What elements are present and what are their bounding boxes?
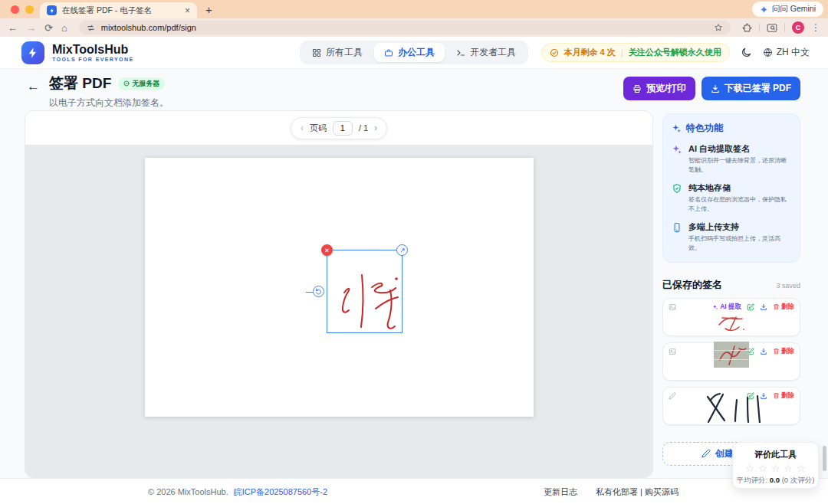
star-icon[interactable]: ☆: [784, 463, 793, 473]
dark-mode-moon-icon[interactable]: [741, 47, 752, 58]
rating-card: 评价此工具 ☆ ☆ ☆ ☆ ☆ 平均评分: 0.0 (0 次评分): [732, 442, 819, 489]
new-tab-button[interactable]: +: [205, 3, 212, 16]
preview-print-button[interactable]: 预览/打印: [623, 77, 695, 100]
shield-check-icon: [672, 183, 682, 194]
image-type-icon: [669, 348, 676, 355]
pen-type-icon: [669, 392, 676, 400]
footer: © 2026 MixToolsHub. 皖ICP备2025087560号-2 更…: [0, 478, 828, 504]
download-signed-pdf-button[interactable]: 下载已签署 PDF: [702, 77, 800, 100]
ai-extract-label: AI 提取: [720, 303, 741, 312]
quota-pill[interactable]: 本月剩余 4 次 | 关注公众号解锁永久使用: [541, 43, 730, 62]
brand[interactable]: MixToolsHub TOOLS FOR EVERYONE: [21, 41, 134, 64]
tab-all-tools[interactable]: 所有工具: [302, 43, 373, 62]
scrollbar-thumb[interactable]: [823, 446, 826, 471]
toolbar-right-cluster: C ⋮: [742, 21, 820, 34]
gemini-star-icon: [760, 5, 768, 14]
star-icon[interactable]: ☆: [797, 463, 806, 473]
gemini-button[interactable]: 问问 Gemini: [752, 2, 823, 17]
tab-office-tools[interactable]: 办公工具: [374, 43, 445, 62]
pdf-page[interactable]: ×: [145, 158, 534, 417]
quota-unlock-link[interactable]: 关注公众号解锁永久使用: [629, 47, 721, 58]
star-icon[interactable]: ☆: [771, 463, 780, 473]
minimize-window-button[interactable]: [25, 5, 34, 14]
browser-menu-icon[interactable]: ⋮: [811, 22, 820, 33]
rating-summary: 平均评分: 0.0 (0 次评分): [736, 476, 815, 486]
title-actions: 预览/打印 下载已签署 PDF: [623, 77, 800, 100]
feature-title: 多端上传支持: [688, 221, 791, 233]
preview-print-label: 预览/打印: [646, 82, 685, 95]
ai-extract-button[interactable]: AI 提取: [712, 303, 741, 312]
globe-icon: [763, 47, 773, 57]
features-panel: 特色功能 AI 自动提取签名 智能识别并一键去除背景，还原清晰笔触。 纯本地存储…: [662, 113, 800, 263]
browser-tab[interactable]: 在线签署 PDF - 电子签名 ×: [40, 2, 197, 18]
resize-handle-icon[interactable]: [396, 244, 408, 256]
star-icon[interactable]: ☆: [745, 463, 754, 473]
feature-desc: 签名仅存在您的浏览器中，保护隐私不上传。: [688, 195, 791, 213]
features-title-label: 特色功能: [686, 122, 723, 135]
edit-icon[interactable]: [747, 303, 754, 311]
download-icon[interactable]: [760, 348, 767, 355]
page-total: / 1: [359, 123, 368, 133]
close-window-button[interactable]: [11, 5, 19, 14]
signature-card[interactable]: AI 提取 删除: [662, 298, 800, 336]
printer-icon: [632, 84, 642, 93]
rotate-stem: [306, 292, 313, 293]
icp-link[interactable]: 皖ICP备2025087560号-2: [234, 486, 327, 498]
saved-signatures-header: 已保存的签名 3 saved: [662, 278, 800, 292]
star-icon[interactable]: ☆: [758, 463, 767, 473]
signature-card[interactable]: AI 提取 删除: [662, 342, 800, 381]
forward-icon[interactable]: →: [26, 23, 36, 33]
delete-button[interactable]: 删除: [773, 347, 794, 356]
tab-close-icon[interactable]: ×: [185, 6, 190, 15]
rating-count: (0 次评分): [782, 476, 815, 484]
signature-thumbnail-ink: [713, 313, 750, 334]
next-page-icon[interactable]: ›: [374, 123, 377, 133]
home-icon[interactable]: ⌂: [61, 23, 67, 33]
delete-handle-icon[interactable]: ×: [321, 244, 333, 256]
reload-icon[interactable]: ⟳: [44, 23, 53, 33]
signature-drawing-ink: [697, 391, 766, 423]
rotate-handle-icon[interactable]: [313, 286, 324, 297]
language-switcher[interactable]: ZH 中文: [763, 46, 810, 59]
delete-label: 删除: [781, 347, 794, 356]
signature-card-actions: AI 提取 删除: [712, 303, 794, 312]
back-icon[interactable]: ←: [8, 23, 18, 33]
signature-card[interactable]: 删除: [662, 387, 800, 425]
toolbar-separator: [784, 23, 785, 32]
site-header: MixToolsHub TOOLS FOR EVERYONE 所有工具 办公工具…: [0, 37, 828, 69]
tab-label: 办公工具: [398, 46, 435, 59]
profile-avatar[interactable]: C: [792, 21, 804, 34]
badge-check-icon: [123, 80, 130, 87]
page-number-input[interactable]: [333, 121, 353, 136]
bookmark-star-icon[interactable]: [714, 23, 723, 32]
changelog-link[interactable]: 更新日志: [544, 486, 577, 498]
download-icon[interactable]: [760, 303, 767, 311]
pen-icon: [702, 449, 711, 458]
rating-title: 评价此工具: [736, 449, 815, 460]
address-bar[interactable]: mixtoolshub.com/pdf/sign: [79, 21, 731, 34]
side-panel-icon[interactable]: [767, 23, 777, 33]
tool-category-tabs: 所有工具 办公工具 开发者工具: [300, 41, 528, 64]
url-text[interactable]: mixtoolshub.com/pdf/sign: [101, 23, 708, 32]
gemini-label: 问问 Gemini: [772, 4, 816, 15]
tab-label: 开发者工具: [470, 46, 516, 59]
back-button[interactable]: ←: [27, 79, 40, 94]
pdf-canvas: ‹ 页码 / 1 › ×: [25, 110, 653, 478]
delete-button[interactable]: 删除: [773, 303, 794, 312]
extensions-icon[interactable]: [742, 23, 752, 33]
grid-icon: [312, 48, 321, 57]
delete-button[interactable]: 删除: [773, 391, 794, 401]
quota-separator: |: [621, 48, 623, 57]
page-title-block: 签署 PDF 无服务器 以电子方式向文档添加签名。: [49, 74, 169, 110]
smartphone-icon: [672, 222, 682, 233]
prev-page-icon[interactable]: ‹: [301, 123, 304, 133]
page-number-label: 页码: [310, 123, 327, 134]
tab-developer-tools[interactable]: 开发者工具: [446, 43, 526, 62]
download-label: 下载已签署 PDF: [724, 82, 791, 95]
footer-left: © 2026 MixToolsHub. 皖ICP备2025087560号-2: [148, 479, 327, 504]
signature-placement-box[interactable]: ×: [327, 250, 402, 333]
browser-tab-strip: 在线签署 PDF - 电子签名 × + 问问 Gemini: [0, 0, 828, 18]
deploy-link[interactable]: 私有化部署 | 购买源码: [596, 486, 678, 498]
site-info-icon[interactable]: [87, 24, 95, 32]
terminal-icon: [456, 48, 465, 57]
